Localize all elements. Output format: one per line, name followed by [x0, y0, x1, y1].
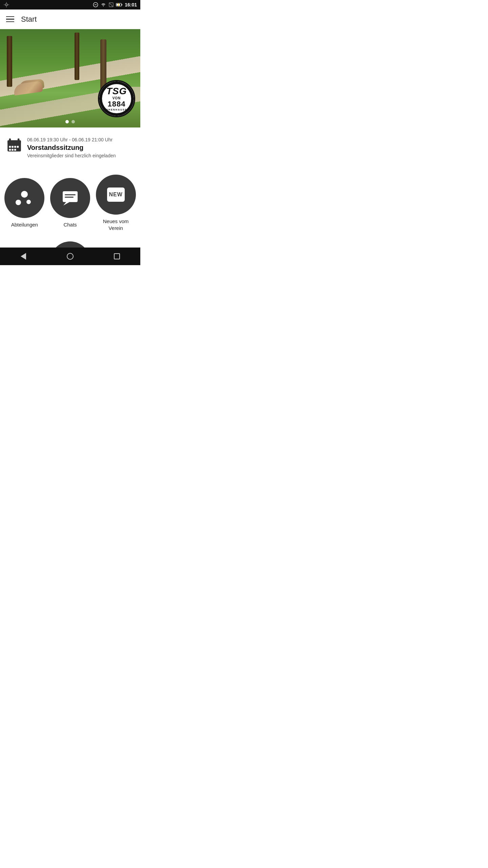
signal-icon — [108, 2, 114, 7]
event-title: Vorstandssitzung — [27, 144, 134, 152]
svg-rect-22 — [12, 149, 14, 151]
carousel-dots — [65, 120, 75, 123]
svg-rect-26 — [65, 197, 74, 198]
nav-bar — [0, 248, 140, 265]
event-details: 06.06.19 19:30 Uhr - 06.06.19 21:00 Uhr … — [27, 137, 134, 158]
calendar-icon — [7, 138, 22, 153]
abteilungen-circle — [4, 178, 44, 218]
svg-line-8 — [109, 3, 113, 7]
event-description: Vereinsmitglieder sind herzlich eingelad… — [27, 153, 134, 158]
chats-button[interactable]: Chats — [50, 178, 90, 228]
svg-point-0 — [5, 4, 7, 6]
app-bar: Start — [0, 9, 140, 29]
status-left — [3, 2, 9, 8]
status-bar: 16:01 — [0, 0, 140, 9]
page-title: Start — [21, 15, 37, 24]
hero-banner: TSG VON 1884 HOHENHAUSEN — [0, 29, 140, 127]
club-logo-name: TSG — [106, 86, 127, 96]
chat-icon — [61, 190, 79, 206]
dot-1[interactable] — [65, 120, 69, 123]
time-display: 16:01 — [125, 2, 137, 7]
status-right: 16:01 — [93, 2, 137, 7]
svg-rect-16 — [7, 140, 21, 144]
club-logo: TSG VON 1884 HOHENHAUSEN — [98, 80, 135, 117]
event-section: 06.06.19 19:30 Uhr - 06.06.19 21:00 Uhr … — [0, 127, 140, 168]
svg-rect-11 — [117, 4, 120, 6]
neues-button[interactable]: NEW Neues vom Verein — [96, 175, 136, 231]
back-button[interactable] — [13, 250, 34, 263]
home-button[interactable] — [60, 250, 80, 263]
neues-label: Neues vom Verein — [103, 218, 129, 231]
abteilungen-button[interactable]: Abteilungen — [4, 178, 44, 228]
battery-icon — [116, 2, 123, 7]
svg-rect-10 — [122, 4, 122, 5]
new-icon: NEW — [107, 188, 125, 202]
svg-rect-19 — [14, 146, 16, 148]
recents-button[interactable] — [107, 250, 127, 263]
club-logo-year: 1884 — [108, 100, 126, 108]
dnd-icon — [93, 2, 98, 7]
svg-rect-21 — [9, 149, 11, 151]
wifi-icon — [100, 2, 106, 7]
svg-rect-25 — [65, 194, 76, 195]
event-time: 06.06.19 19:30 Uhr - 06.06.19 21:00 Uhr — [27, 137, 134, 142]
svg-rect-17 — [9, 146, 11, 148]
people-icon — [16, 191, 33, 205]
svg-marker-27 — [63, 202, 69, 205]
neues-circle: NEW — [96, 175, 136, 215]
abteilungen-label: Abteilungen — [11, 221, 38, 228]
actions-grid: Abteilungen Chats NEW Neues vom Verein — [0, 168, 140, 241]
shoes-decoration — [14, 77, 47, 97]
hamburger-menu-button[interactable] — [6, 16, 14, 22]
club-logo-city: HOHENHAUSEN — [104, 108, 130, 111]
sun-icon — [3, 2, 9, 8]
svg-rect-23 — [14, 149, 16, 151]
svg-rect-18 — [12, 146, 14, 148]
dot-2[interactable] — [72, 120, 75, 123]
svg-rect-20 — [17, 146, 19, 148]
chats-circle — [50, 178, 90, 218]
chats-label: Chats — [63, 221, 77, 228]
